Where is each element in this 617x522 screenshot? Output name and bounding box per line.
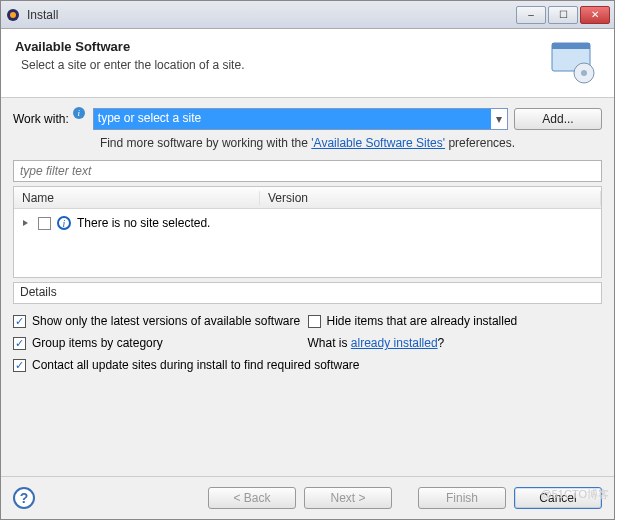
cancel-button[interactable]: Cancel — [514, 487, 602, 509]
tree-expand-icon[interactable] — [20, 217, 32, 229]
col-version[interactable]: Version — [260, 191, 601, 205]
chk-group-category[interactable]: ✓ — [13, 337, 26, 350]
software-table: Name Version i There is no site selected… — [13, 186, 602, 278]
label-hide-installed: Hide items that are already installed — [327, 314, 518, 328]
maximize-button[interactable]: ☐ — [548, 6, 578, 24]
chevron-down-icon[interactable]: ▾ — [491, 112, 507, 126]
banner-subtext: Select a site or enter the location of a… — [15, 58, 546, 72]
back-button[interactable]: < Back — [208, 487, 296, 509]
hint-text: Find more software by working with the '… — [13, 136, 602, 150]
help-button[interactable]: ? — [13, 487, 35, 509]
table-header: Name Version — [14, 187, 601, 209]
details-label: Details — [20, 285, 57, 299]
filter-input[interactable] — [13, 160, 602, 182]
next-button[interactable]: Next > — [304, 487, 392, 509]
chk-latest[interactable]: ✓ — [13, 315, 26, 328]
svg-point-5 — [581, 70, 587, 76]
chk-contact-all[interactable]: ✓ — [13, 359, 26, 372]
whatis-text: What is already installed? — [308, 336, 445, 350]
banner-image-icon — [546, 39, 600, 87]
chk-hide-installed[interactable] — [308, 315, 321, 328]
close-button[interactable]: ✕ — [580, 6, 610, 24]
workwith-selected[interactable]: type or select a site — [94, 109, 491, 129]
already-installed-link[interactable]: already installed — [351, 336, 438, 350]
info-circle-icon: i — [57, 216, 71, 230]
workwith-label: Work with: — [13, 112, 69, 126]
table-row: i There is no site selected. — [20, 213, 595, 233]
finish-button[interactable]: Finish — [418, 487, 506, 509]
label-group-category: Group items by category — [32, 336, 163, 350]
minimize-button[interactable]: – — [516, 6, 546, 24]
app-icon — [5, 7, 21, 23]
svg-rect-3 — [552, 43, 590, 49]
empty-message: There is no site selected. — [77, 216, 210, 230]
banner-heading: Available Software — [15, 39, 546, 54]
workwith-combo[interactable]: type or select a site ▾ — [93, 108, 508, 130]
label-latest: Show only the latest versions of availab… — [32, 314, 300, 328]
available-sites-link[interactable]: 'Available Software Sites' — [311, 136, 445, 150]
install-dialog: Install – ☐ ✕ Available Software Select … — [0, 0, 615, 520]
col-name[interactable]: Name — [14, 191, 260, 205]
banner: Available Software Select a site or ente… — [1, 29, 614, 98]
label-contact-all: Contact all update sites during install … — [32, 358, 360, 372]
svg-point-1 — [10, 12, 16, 18]
details-panel: Details — [13, 282, 602, 304]
add-button[interactable]: Add... — [514, 108, 602, 130]
info-icon: i — [73, 107, 85, 119]
row-checkbox[interactable] — [38, 217, 51, 230]
window-title: Install — [27, 8, 514, 22]
titlebar: Install – ☐ ✕ — [1, 1, 614, 29]
footer: ? < Back Next > Finish Cancel — [1, 476, 614, 519]
